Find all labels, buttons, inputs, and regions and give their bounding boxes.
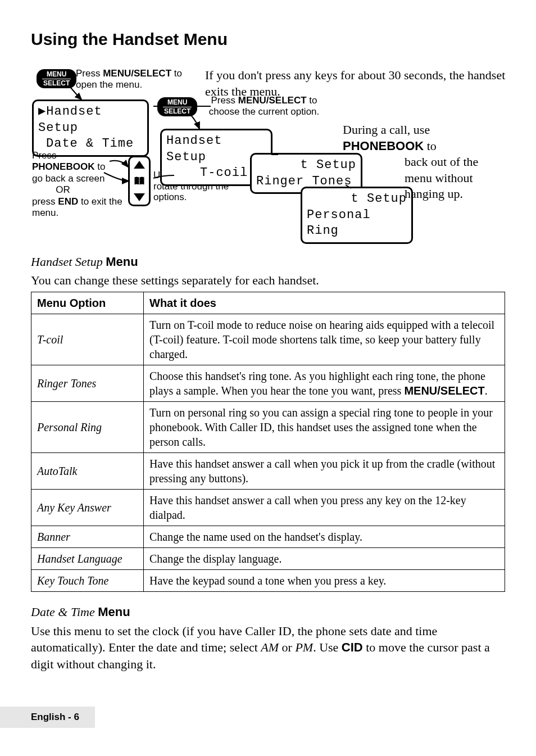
up-down-control <box>128 156 151 206</box>
handset-setup-heading: Handset Setup Menu <box>31 254 505 270</box>
datetime-paragraph: Use this menu to set the clock (if you h… <box>31 623 505 673</box>
desc-cell: Turn on T-coil mode to reduce noise on h… <box>144 314 505 365</box>
para-timeout: If you don't press any keys for about 30… <box>205 67 508 99</box>
page-title: Using the Handset Menu <box>31 28 505 50</box>
desc-cell: Change the name used on the handset's di… <box>144 526 505 548</box>
table-row: Personal RingTurn on personal ring so yo… <box>31 402 505 453</box>
table-row: T-coilTurn on T-coil mode to reduce nois… <box>31 314 505 365</box>
table-row: AutoTalkHave this handset answer a call … <box>31 453 505 490</box>
para-during-call: During a call, use PHONEBOOK to back out… <box>343 122 508 202</box>
desc-cell: Have this handset answer a call when you… <box>144 490 505 526</box>
desc-cell: Choose this handset's ring tone. As you … <box>144 365 505 402</box>
table-row: Handset LanguageChange the display langu… <box>31 548 505 570</box>
option-cell: Ringer Tones <box>31 365 144 402</box>
up-arrow-icon <box>134 161 145 169</box>
desc-cell: Have this handset answer a call when you… <box>144 453 505 490</box>
table-row: Ringer TonesChoose this handset's ring t… <box>31 365 505 402</box>
handset-setup-intro: You can change these settings separately… <box>31 273 505 289</box>
option-cell: Key Touch Tone <box>31 570 144 592</box>
option-cell: Handset Language <box>31 548 144 570</box>
table-row: BannerChange the name used on the handse… <box>31 526 505 548</box>
page-footer: English - 6 <box>0 707 95 728</box>
menu-select-button-1: MENU SELECT <box>37 69 76 88</box>
option-cell: Banner <box>31 526 144 548</box>
col-header-option: Menu Option <box>31 292 144 314</box>
callout-back-exit: Press PHONEBOOK to to go back a screen g… <box>32 150 125 219</box>
lcd-screen-1: ▶Handset Setup Date & Time <box>32 99 149 157</box>
down-arrow-icon <box>134 193 145 201</box>
menu-select-button-2: MENU SELECT <box>157 97 197 116</box>
table-row: Any Key AnswerHave this handset answer a… <box>31 490 505 526</box>
option-cell: AutoTalk <box>31 453 144 490</box>
phonebook-icon <box>133 175 146 187</box>
option-cell: T-coil <box>31 314 144 365</box>
callout-open-menu: Press MENU/SELECT to open the menu. <box>76 68 183 90</box>
table-row: Key Touch ToneHave the keypad sound a to… <box>31 570 505 592</box>
option-cell: Any Key Answer <box>31 490 144 526</box>
col-header-desc: What it does <box>144 292 505 314</box>
desc-cell: Change the display language. <box>144 548 505 570</box>
datetime-heading: Date & Time Menu <box>31 604 505 621</box>
menu-diagram: MENU SELECT Press MENU/SELECT to open th… <box>31 66 505 240</box>
option-cell: Personal Ring <box>31 402 144 453</box>
desc-cell: Turn on personal ring so you can assign … <box>144 402 505 453</box>
desc-cell: Have the keypad sound a tone when you pr… <box>144 570 505 592</box>
handset-setup-table: Menu Option What it does T-coilTurn on T… <box>31 292 505 592</box>
